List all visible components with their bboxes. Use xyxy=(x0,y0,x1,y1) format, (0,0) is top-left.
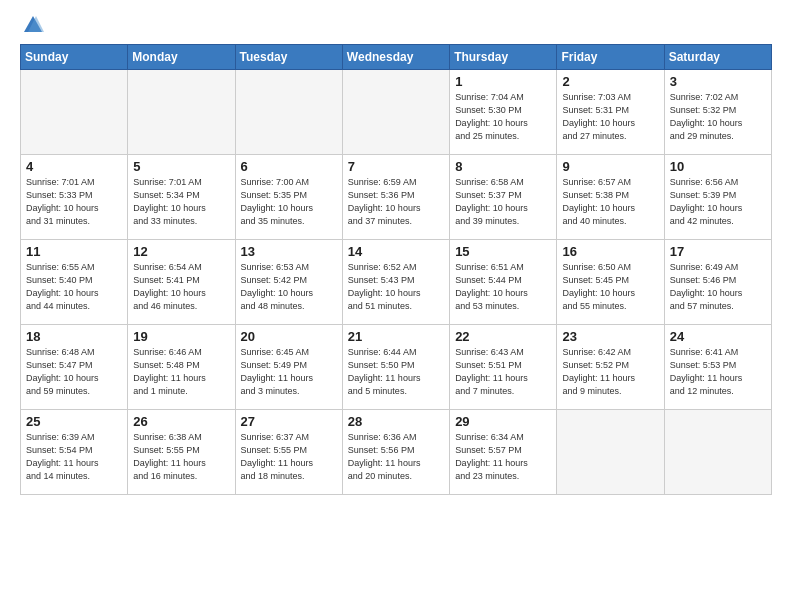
calendar-cell: 17Sunrise: 6:49 AMSunset: 5:46 PMDayligh… xyxy=(664,240,771,325)
day-of-week-header: Tuesday xyxy=(235,45,342,70)
logo xyxy=(20,16,44,36)
day-number: 22 xyxy=(455,329,551,344)
day-info: Sunrise: 6:48 AMSunset: 5:47 PMDaylight:… xyxy=(26,346,122,398)
day-number: 5 xyxy=(133,159,229,174)
day-info: Sunrise: 6:59 AMSunset: 5:36 PMDaylight:… xyxy=(348,176,444,228)
day-info: Sunrise: 6:39 AMSunset: 5:54 PMDaylight:… xyxy=(26,431,122,483)
day-info: Sunrise: 6:52 AMSunset: 5:43 PMDaylight:… xyxy=(348,261,444,313)
day-info: Sunrise: 7:02 AMSunset: 5:32 PMDaylight:… xyxy=(670,91,766,143)
day-info: Sunrise: 6:45 AMSunset: 5:49 PMDaylight:… xyxy=(241,346,337,398)
calendar-week-row: 11Sunrise: 6:55 AMSunset: 5:40 PMDayligh… xyxy=(21,240,772,325)
calendar-cell: 26Sunrise: 6:38 AMSunset: 5:55 PMDayligh… xyxy=(128,410,235,495)
day-number: 10 xyxy=(670,159,766,174)
calendar-cell: 23Sunrise: 6:42 AMSunset: 5:52 PMDayligh… xyxy=(557,325,664,410)
day-number: 21 xyxy=(348,329,444,344)
day-number: 16 xyxy=(562,244,658,259)
calendar-cell: 7Sunrise: 6:59 AMSunset: 5:36 PMDaylight… xyxy=(342,155,449,240)
day-info: Sunrise: 6:41 AMSunset: 5:53 PMDaylight:… xyxy=(670,346,766,398)
day-number: 12 xyxy=(133,244,229,259)
calendar-cell: 10Sunrise: 6:56 AMSunset: 5:39 PMDayligh… xyxy=(664,155,771,240)
day-number: 19 xyxy=(133,329,229,344)
calendar-cell: 15Sunrise: 6:51 AMSunset: 5:44 PMDayligh… xyxy=(450,240,557,325)
calendar-cell: 25Sunrise: 6:39 AMSunset: 5:54 PMDayligh… xyxy=(21,410,128,495)
calendar-week-row: 18Sunrise: 6:48 AMSunset: 5:47 PMDayligh… xyxy=(21,325,772,410)
day-number: 27 xyxy=(241,414,337,429)
calendar-cell: 29Sunrise: 6:34 AMSunset: 5:57 PMDayligh… xyxy=(450,410,557,495)
calendar-cell: 14Sunrise: 6:52 AMSunset: 5:43 PMDayligh… xyxy=(342,240,449,325)
day-of-week-header: Friday xyxy=(557,45,664,70)
calendar-cell: 27Sunrise: 6:37 AMSunset: 5:55 PMDayligh… xyxy=(235,410,342,495)
day-info: Sunrise: 6:55 AMSunset: 5:40 PMDaylight:… xyxy=(26,261,122,313)
calendar-cell: 22Sunrise: 6:43 AMSunset: 5:51 PMDayligh… xyxy=(450,325,557,410)
calendar-cell: 24Sunrise: 6:41 AMSunset: 5:53 PMDayligh… xyxy=(664,325,771,410)
day-number: 7 xyxy=(348,159,444,174)
day-number: 24 xyxy=(670,329,766,344)
day-of-week-header: Monday xyxy=(128,45,235,70)
calendar-cell: 18Sunrise: 6:48 AMSunset: 5:47 PMDayligh… xyxy=(21,325,128,410)
calendar-cell xyxy=(664,410,771,495)
calendar-week-row: 1Sunrise: 7:04 AMSunset: 5:30 PMDaylight… xyxy=(21,70,772,155)
calendar-cell: 3Sunrise: 7:02 AMSunset: 5:32 PMDaylight… xyxy=(664,70,771,155)
calendar-cell: 5Sunrise: 7:01 AMSunset: 5:34 PMDaylight… xyxy=(128,155,235,240)
day-number: 25 xyxy=(26,414,122,429)
day-number: 4 xyxy=(26,159,122,174)
calendar-cell: 4Sunrise: 7:01 AMSunset: 5:33 PMDaylight… xyxy=(21,155,128,240)
day-info: Sunrise: 6:36 AMSunset: 5:56 PMDaylight:… xyxy=(348,431,444,483)
day-info: Sunrise: 6:56 AMSunset: 5:39 PMDaylight:… xyxy=(670,176,766,228)
day-info: Sunrise: 7:00 AMSunset: 5:35 PMDaylight:… xyxy=(241,176,337,228)
day-number: 11 xyxy=(26,244,122,259)
calendar-cell: 2Sunrise: 7:03 AMSunset: 5:31 PMDaylight… xyxy=(557,70,664,155)
day-number: 3 xyxy=(670,74,766,89)
calendar-week-row: 25Sunrise: 6:39 AMSunset: 5:54 PMDayligh… xyxy=(21,410,772,495)
day-info: Sunrise: 6:44 AMSunset: 5:50 PMDaylight:… xyxy=(348,346,444,398)
day-number: 9 xyxy=(562,159,658,174)
day-info: Sunrise: 6:37 AMSunset: 5:55 PMDaylight:… xyxy=(241,431,337,483)
day-info: Sunrise: 7:03 AMSunset: 5:31 PMDaylight:… xyxy=(562,91,658,143)
day-number: 23 xyxy=(562,329,658,344)
calendar-cell xyxy=(21,70,128,155)
calendar-cell xyxy=(128,70,235,155)
day-number: 20 xyxy=(241,329,337,344)
day-info: Sunrise: 6:42 AMSunset: 5:52 PMDaylight:… xyxy=(562,346,658,398)
calendar-cell: 11Sunrise: 6:55 AMSunset: 5:40 PMDayligh… xyxy=(21,240,128,325)
day-info: Sunrise: 6:53 AMSunset: 5:42 PMDaylight:… xyxy=(241,261,337,313)
day-number: 14 xyxy=(348,244,444,259)
day-number: 18 xyxy=(26,329,122,344)
day-number: 28 xyxy=(348,414,444,429)
calendar-cell: 12Sunrise: 6:54 AMSunset: 5:41 PMDayligh… xyxy=(128,240,235,325)
day-of-week-header: Sunday xyxy=(21,45,128,70)
calendar-cell: 20Sunrise: 6:45 AMSunset: 5:49 PMDayligh… xyxy=(235,325,342,410)
day-info: Sunrise: 6:34 AMSunset: 5:57 PMDaylight:… xyxy=(455,431,551,483)
day-number: 2 xyxy=(562,74,658,89)
day-info: Sunrise: 7:04 AMSunset: 5:30 PMDaylight:… xyxy=(455,91,551,143)
calendar-cell xyxy=(342,70,449,155)
calendar-header-row: SundayMondayTuesdayWednesdayThursdayFrid… xyxy=(21,45,772,70)
logo-icon xyxy=(22,14,44,36)
day-info: Sunrise: 6:58 AMSunset: 5:37 PMDaylight:… xyxy=(455,176,551,228)
day-number: 15 xyxy=(455,244,551,259)
day-number: 29 xyxy=(455,414,551,429)
day-number: 13 xyxy=(241,244,337,259)
day-number: 17 xyxy=(670,244,766,259)
calendar-cell: 16Sunrise: 6:50 AMSunset: 5:45 PMDayligh… xyxy=(557,240,664,325)
calendar-table: SundayMondayTuesdayWednesdayThursdayFrid… xyxy=(20,44,772,495)
day-info: Sunrise: 6:38 AMSunset: 5:55 PMDaylight:… xyxy=(133,431,229,483)
day-info: Sunrise: 6:46 AMSunset: 5:48 PMDaylight:… xyxy=(133,346,229,398)
day-info: Sunrise: 7:01 AMSunset: 5:34 PMDaylight:… xyxy=(133,176,229,228)
day-info: Sunrise: 6:54 AMSunset: 5:41 PMDaylight:… xyxy=(133,261,229,313)
calendar-cell xyxy=(235,70,342,155)
calendar-cell: 19Sunrise: 6:46 AMSunset: 5:48 PMDayligh… xyxy=(128,325,235,410)
header xyxy=(20,16,772,36)
day-number: 1 xyxy=(455,74,551,89)
calendar-cell: 28Sunrise: 6:36 AMSunset: 5:56 PMDayligh… xyxy=(342,410,449,495)
day-info: Sunrise: 6:50 AMSunset: 5:45 PMDaylight:… xyxy=(562,261,658,313)
calendar-cell: 13Sunrise: 6:53 AMSunset: 5:42 PMDayligh… xyxy=(235,240,342,325)
day-number: 26 xyxy=(133,414,229,429)
calendar-cell: 1Sunrise: 7:04 AMSunset: 5:30 PMDaylight… xyxy=(450,70,557,155)
day-of-week-header: Wednesday xyxy=(342,45,449,70)
day-info: Sunrise: 6:51 AMSunset: 5:44 PMDaylight:… xyxy=(455,261,551,313)
day-number: 6 xyxy=(241,159,337,174)
calendar-week-row: 4Sunrise: 7:01 AMSunset: 5:33 PMDaylight… xyxy=(21,155,772,240)
day-info: Sunrise: 7:01 AMSunset: 5:33 PMDaylight:… xyxy=(26,176,122,228)
calendar-cell: 6Sunrise: 7:00 AMSunset: 5:35 PMDaylight… xyxy=(235,155,342,240)
